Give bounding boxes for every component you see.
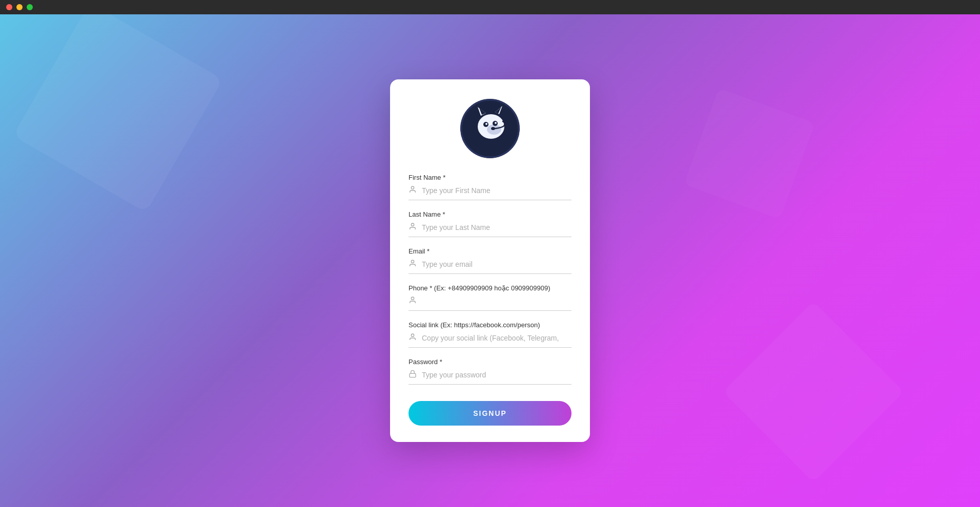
email-group: Email * bbox=[409, 247, 571, 274]
minimize-button[interactable] bbox=[16, 4, 23, 10]
password-input[interactable] bbox=[422, 371, 571, 379]
email-input[interactable] bbox=[422, 260, 571, 268]
svg-point-16 bbox=[411, 260, 414, 263]
phone-input-wrapper bbox=[409, 296, 571, 311]
email-input-wrapper bbox=[409, 259, 571, 274]
email-person-icon bbox=[409, 259, 417, 269]
phone-person-icon bbox=[409, 296, 417, 306]
last-name-group: Last Name * bbox=[409, 210, 571, 237]
password-label: Password * bbox=[409, 358, 571, 366]
logo-wrapper bbox=[409, 98, 571, 159]
svg-point-17 bbox=[411, 297, 414, 300]
svg-point-14 bbox=[411, 186, 414, 189]
first-name-label: First Name * bbox=[409, 174, 571, 181]
svg-rect-19 bbox=[410, 373, 416, 377]
last-name-person-icon bbox=[409, 222, 417, 233]
main-content: First Name * Last Name * bbox=[0, 14, 980, 507]
last-name-input[interactable] bbox=[422, 223, 571, 231]
password-input-wrapper bbox=[409, 370, 571, 385]
svg-point-9 bbox=[485, 123, 487, 125]
last-name-label: Last Name * bbox=[409, 210, 571, 218]
signup-card: First Name * Last Name * bbox=[390, 79, 590, 442]
app-logo bbox=[459, 98, 521, 159]
social-person-icon bbox=[409, 333, 417, 343]
maximize-button[interactable] bbox=[27, 4, 33, 10]
email-label: Email * bbox=[409, 247, 571, 255]
first-name-input-wrapper bbox=[409, 185, 571, 200]
social-input[interactable] bbox=[422, 334, 571, 342]
svg-point-11 bbox=[495, 122, 497, 124]
phone-input[interactable] bbox=[422, 297, 571, 305]
signup-button[interactable]: SIGNUP bbox=[409, 401, 571, 426]
svg-point-15 bbox=[411, 223, 414, 226]
close-button[interactable] bbox=[6, 4, 12, 10]
svg-point-18 bbox=[411, 334, 414, 336]
first-name-group: First Name * bbox=[409, 174, 571, 200]
phone-label: Phone * (Ex: +84909909909 hoặc 090990990… bbox=[409, 284, 571, 292]
password-lock-icon bbox=[409, 370, 417, 380]
titlebar bbox=[0, 0, 980, 14]
social-group: Social link (Ex: https://facebook.com/pe… bbox=[409, 321, 571, 348]
password-group: Password * bbox=[409, 358, 571, 385]
first-name-person-icon bbox=[409, 185, 417, 196]
last-name-input-wrapper bbox=[409, 222, 571, 237]
first-name-input[interactable] bbox=[422, 186, 571, 195]
social-label: Social link (Ex: https://facebook.com/pe… bbox=[409, 321, 571, 329]
social-input-wrapper bbox=[409, 333, 571, 348]
phone-group: Phone * (Ex: +84909909909 hoặc 090990990… bbox=[409, 284, 571, 311]
